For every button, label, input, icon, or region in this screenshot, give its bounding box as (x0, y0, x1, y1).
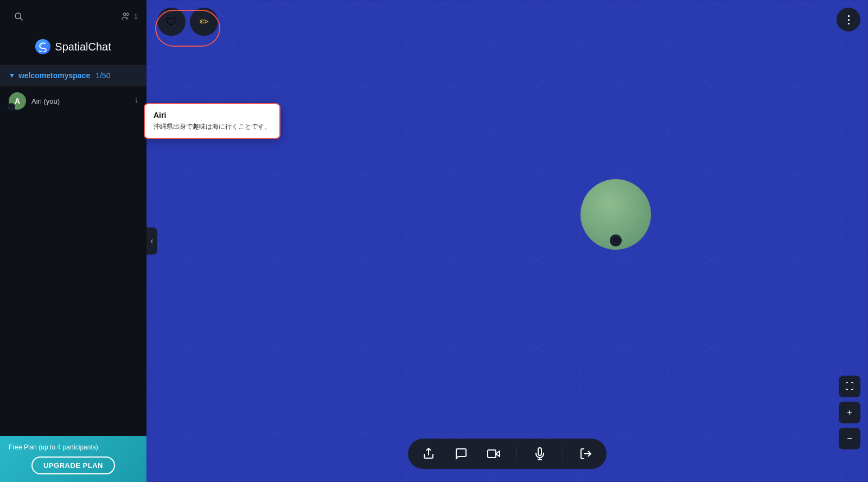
control-divider-2 (563, 446, 563, 462)
pencil-icon: ✏ (200, 15, 209, 28)
svg-point-2 (123, 13, 126, 16)
background-pattern (146, 0, 868, 482)
tooltip-bio: 沖縄県出身で趣味は海に行くことです。 (154, 122, 271, 131)
bottom-controls (408, 439, 607, 469)
space-count: 1/50 (95, 71, 110, 80)
free-plan-text: Free Plan (up to 4 participants) (9, 443, 138, 451)
space-arrow-icon: ▼ (9, 72, 15, 79)
avatar-wrapper: A 🛡 (9, 92, 26, 110)
info-icon[interactable]: ℹ (135, 97, 138, 105)
chat-button[interactable] (451, 444, 471, 464)
avatar-circle-shield-icon: 🛡 (610, 234, 622, 246)
zoom-out-icon: − (847, 434, 852, 443)
participants-number: 1 (134, 12, 138, 21)
video-button[interactable] (484, 444, 503, 464)
participant-name: Airi (you) (31, 97, 130, 105)
upgrade-panel: Free Plan (up to 4 participants) UPGRADE… (0, 436, 146, 482)
shield-tool-button[interactable]: 🛡 (157, 8, 186, 36)
zoom-in-icon: + (847, 408, 852, 417)
shield-icon: 🛡 (166, 16, 177, 28)
fullscreen-icon: ⛶ (845, 382, 854, 391)
collapse-handle[interactable]: ‹ (146, 227, 157, 255)
svg-rect-12 (488, 450, 496, 458)
more-menu-button[interactable]: ⋮ (837, 8, 860, 31)
zoom-in-button[interactable]: + (839, 402, 860, 423)
user-tooltip: Airi 沖縄県出身で趣味は海に行くことです。 (144, 103, 280, 139)
user-avatar-circle[interactable]: 🛡 (580, 179, 651, 250)
control-divider (516, 446, 517, 462)
more-dots-icon: ⋮ (843, 13, 854, 26)
exit-button[interactable] (576, 444, 596, 464)
logo-text: SpatialChat (55, 41, 111, 53)
svg-marker-11 (496, 451, 500, 456)
mic-button[interactable] (530, 444, 550, 464)
share-button[interactable] (419, 444, 438, 464)
fullscreen-button[interactable]: ⛶ (839, 376, 860, 397)
right-controls: ⛶ + − (839, 376, 860, 449)
zoom-out-button[interactable]: − (839, 428, 860, 449)
sidebar-top: 1 (0, 0, 146, 33)
chevron-left-icon: ‹ (150, 236, 153, 246)
main-canvas[interactable]: 🛡 ✏ ⋮ 🛡 (146, 0, 868, 482)
svg-rect-9 (146, 0, 868, 482)
upgrade-plan-button[interactable]: UPGRADE PLAN (31, 456, 115, 474)
space-header[interactable]: ▼ welcometomyspace 1/50 (0, 65, 146, 86)
space-name: welcometomyspace (18, 71, 90, 80)
participant-row[interactable]: A 🛡 Airi (you) ℹ (0, 88, 146, 114)
tooltip-name: Airi (154, 111, 271, 119)
svg-point-0 (15, 13, 21, 19)
sidebar: 1 SpatialChat ▼ welcometomyspace 1/50 A … (0, 0, 146, 482)
search-button[interactable] (9, 7, 28, 26)
participant-list: A 🛡 Airi (you) ℹ (0, 86, 146, 436)
svg-line-1 (20, 18, 22, 20)
top-toolbar: 🛡 ✏ (157, 8, 218, 36)
logo-icon (35, 39, 50, 54)
svg-point-3 (126, 13, 129, 16)
participants-count: 1 (121, 11, 138, 21)
shield-badge-icon: 🛡 (8, 103, 15, 111)
logo-area: SpatialChat (0, 33, 146, 65)
pencil-tool-button[interactable]: ✏ (190, 8, 218, 36)
